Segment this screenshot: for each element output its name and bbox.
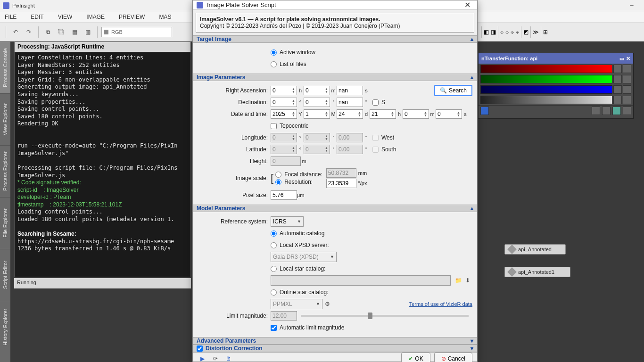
stf-red-bar[interactable] (480, 65, 612, 73)
date-month[interactable]: 1▲▼ (304, 109, 330, 119)
radio-active-window[interactable]: Active window (271, 49, 315, 56)
stf-icon[interactable] (623, 65, 631, 73)
stf-icon[interactable] (623, 96, 631, 104)
stf-apply-icon[interactable] (480, 107, 489, 115)
menu-mask[interactable]: MAS (159, 14, 171, 20)
stf-icon[interactable] (613, 75, 622, 83)
tab-process-console[interactable]: Process Console (0, 41, 10, 93)
stf-tool-icon[interactable] (612, 107, 621, 115)
radio-focal[interactable]: Focal distance: (275, 171, 322, 178)
section-advanced[interactable]: Advanced Parameters ▾ (193, 337, 477, 345)
folder-icon[interactable]: 📁 (454, 276, 463, 285)
tb-icon-c[interactable]: ⟐ (500, 29, 504, 35)
tab-script-editor[interactable]: Script Editor (0, 249, 10, 301)
tb-icon-i[interactable]: ⊞ (543, 29, 548, 35)
dialog-close-button[interactable]: ✕ (462, 0, 473, 9)
stf-min-icon[interactable]: ▭ (619, 56, 624, 62)
pixel-size-value[interactable]: 5.76 (271, 190, 297, 200)
section-target-image[interactable]: Target Image ▴ (193, 35, 477, 43)
section-image-parameters[interactable]: Image Parameters ▴ (193, 74, 477, 81)
radio-online-star[interactable]: Online star catalog: (271, 289, 328, 296)
stf-icon[interactable] (613, 85, 622, 94)
limit-mag-slider[interactable] (301, 315, 469, 317)
tab-view-explorer[interactable]: View Explorer (0, 93, 10, 145)
tb-icon-h[interactable]: ≫ (533, 29, 539, 35)
collapse-icon[interactable]: ▴ (471, 205, 473, 212)
expand-icon[interactable]: ▾ (471, 345, 473, 352)
ra-seconds[interactable]: nan (337, 86, 363, 95)
console-body[interactable]: Layer Constellation Lines: 4 entities La… (15, 52, 190, 269)
tb-icon-a[interactable]: ◧ (484, 29, 489, 35)
dec-deg[interactable]: 0▲▼ (271, 98, 297, 107)
workspace-icon-annotated[interactable]: api_Annotated (504, 244, 566, 255)
dialog-titlebar[interactable]: Image Plate Solver Script ✕ (193, 0, 477, 10)
date-day[interactable]: 24▲▼ (337, 109, 363, 119)
minimize-button[interactable]: ─ (622, 1, 641, 10)
radio-auto-catalog[interactable]: Automatic catalog (271, 230, 324, 237)
expand-icon[interactable]: ▾ (471, 337, 473, 344)
date-second[interactable]: 0▲▼ (436, 109, 462, 119)
stf-icon[interactable] (623, 75, 631, 83)
stf-tool-icon[interactable] (592, 107, 600, 115)
menu-edit[interactable]: EDIT (31, 14, 43, 20)
check-topocentric[interactable]: Topocentric (271, 123, 308, 129)
apply-global-icon[interactable]: ▶ (198, 354, 207, 362)
clone-icon[interactable]: ⧉ (42, 26, 54, 38)
radio-list-of-files[interactable]: List of files (271, 61, 306, 67)
paste-icon[interactable]: ▦ (69, 26, 80, 38)
workspace-icon-annotated1[interactable]: api_Annotated1 (504, 267, 570, 277)
menu-view[interactable]: VIEW (58, 14, 73, 20)
stf-header[interactable]: nTransferFunction: api ▭ ✕ (479, 53, 633, 64)
dec-min[interactable]: 0▲▼ (304, 98, 330, 107)
stf-icon[interactable] (613, 65, 622, 73)
tb-icon-e[interactable]: ⟐ (511, 29, 514, 35)
stf-gray-bar[interactable] (480, 96, 612, 104)
undo-icon[interactable]: ↶ (10, 26, 21, 38)
ra-minutes[interactable]: 0▲▼ (304, 86, 330, 95)
vizier-link[interactable]: Terms of use of VizieR data (409, 301, 472, 307)
tb-icon-f[interactable]: ⟐ (516, 29, 519, 35)
menu-file[interactable]: FILE (5, 14, 17, 20)
check-auto-limit-mag[interactable]: Automatic limit magnitude (271, 324, 344, 331)
reset-icon[interactable]: ⟳ (211, 354, 220, 362)
section-model-parameters[interactable]: Model Parameters ▴ (193, 205, 477, 212)
radio-local-xpsd[interactable]: Local XPSD server: (271, 242, 329, 248)
ra-hours[interactable]: 0▲▼ (271, 86, 297, 95)
stf-close-icon[interactable]: ✕ (626, 56, 630, 62)
doc-icon[interactable]: 🗎 (224, 354, 233, 362)
redo-icon[interactable]: ↷ (23, 26, 34, 38)
ok-button[interactable]: ✔OK (401, 353, 430, 362)
search-button[interactable]: 🔍Search (434, 85, 472, 96)
stf-icon[interactable] (623, 85, 631, 94)
tb-icon-g[interactable]: ◩ (523, 29, 528, 35)
tab-file-explorer[interactable]: File Explorer (0, 197, 10, 249)
date-minute[interactable]: 0▲▼ (403, 109, 429, 119)
check-dec-south[interactable]: S (372, 99, 385, 106)
resolution-value[interactable]: 23.3539 (326, 179, 356, 188)
tb-icon-b[interactable]: ◨ (491, 29, 496, 35)
copy-icon[interactable]: ⿻ (56, 26, 67, 38)
radio-local-star[interactable]: Local star catalog: (271, 265, 325, 272)
tool-icon[interactable]: ▥ (82, 26, 93, 38)
menu-preview[interactable]: PREVIEW (119, 14, 145, 20)
download-icon[interactable]: ⬇ (463, 276, 472, 285)
date-hour[interactable]: 21▲▼ (370, 109, 396, 119)
tab-history-explorer[interactable]: History Explorer (0, 301, 10, 353)
stf-tool-icon[interactable] (602, 107, 611, 115)
dec-sec[interactable]: nan (337, 98, 363, 107)
date-year[interactable]: 2025▲▼ (271, 109, 297, 119)
cancel-button[interactable]: ⊘Cancel (434, 353, 472, 362)
tab-process-explorer[interactable]: Process Explorer (0, 145, 10, 197)
section-distortion[interactable]: Distortion Correction ▾ (193, 345, 477, 352)
collapse-icon[interactable]: ▴ (471, 36, 473, 42)
menu-image[interactable]: IMAGE (86, 14, 105, 20)
ref-system-select[interactable]: ICRS▼ (271, 216, 304, 227)
check-distortion[interactable] (197, 346, 203, 352)
stf-green-bar[interactable] (480, 75, 612, 83)
stf-icon[interactable] (613, 96, 622, 104)
collapse-icon[interactable]: ▴ (471, 74, 473, 81)
tb-icon-d[interactable]: ⟐ (505, 29, 509, 35)
channel-combo[interactable]: RGB (101, 27, 172, 37)
stf-tool-icon[interactable] (623, 107, 631, 115)
radio-resolution[interactable]: Resolution: (275, 179, 322, 185)
